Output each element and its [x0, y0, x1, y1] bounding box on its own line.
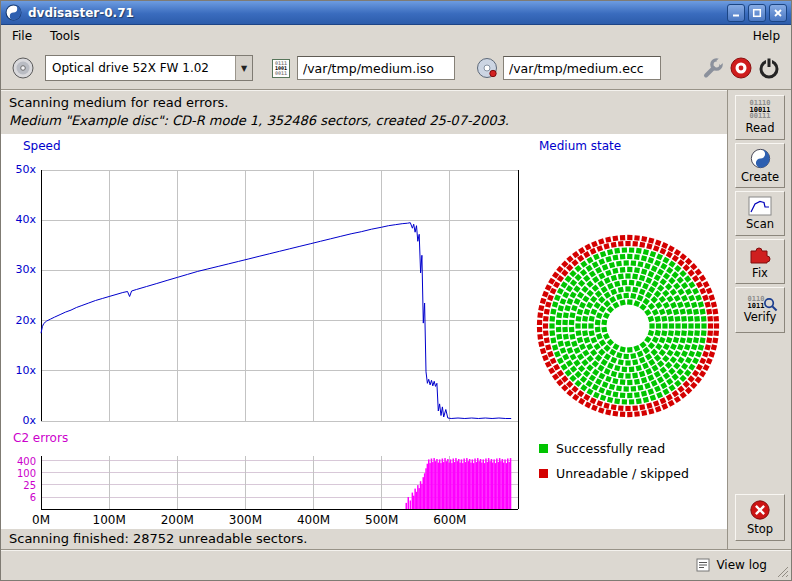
stop-icon [749, 499, 771, 521]
status-line-2: Medium "Example disc": CD-R mode 1, 3524… [9, 112, 719, 130]
left-column: Scanning medium for read errors. Medium … [1, 90, 727, 549]
chevron-down-icon: ▼ [235, 56, 252, 80]
verify-magnifier-icon: 0110 1011 [748, 296, 773, 309]
status-area: Scanning medium for read errors. Medium … [1, 90, 727, 134]
x-axis-tick-label: 600M [430, 514, 470, 527]
resize-grip[interactable] [776, 565, 789, 578]
view-log-button[interactable]: View log [692, 556, 771, 574]
quit-power-icon[interactable] [755, 54, 783, 82]
log-list-icon [696, 558, 710, 572]
drive-selector-value: Optical drive 52X FW 1.02 [46, 61, 235, 75]
app-window: dvdisaster-0.71 File Tools Help Optical … [0, 0, 792, 581]
x-axis-tick-label: 500M [362, 514, 402, 527]
close-button[interactable] [769, 4, 787, 22]
stop-button[interactable]: Stop [735, 494, 785, 541]
speed-ytick-label: 30x [3, 263, 36, 276]
speed-ytick-label: 20x [3, 314, 36, 327]
menu-file[interactable]: File [3, 26, 41, 46]
x-axis-tick-label: 300M [225, 514, 265, 527]
puzzle-piece-icon [749, 243, 771, 265]
ecc-path-input[interactable] [503, 56, 661, 80]
speed-ytick-label: 40x [3, 213, 36, 226]
c2-ytick-label: 100 [7, 467, 36, 480]
drive-selector[interactable]: Optical drive 52X FW 1.02 ▼ [45, 55, 253, 81]
c2-ytick-label: 6 [7, 491, 36, 504]
menu-help[interactable]: Help [744, 26, 789, 46]
speed-ytick-label: 50x [3, 163, 36, 176]
c2-ytick-label: 25 [7, 479, 36, 492]
speed-ytick-label: 10x [3, 364, 36, 377]
status-line-1: Scanning medium for read errors. [9, 94, 719, 112]
x-axis-tick-label: 100M [89, 514, 129, 527]
statusbar: View log [1, 549, 791, 580]
c2-ytick-label: 400 [7, 455, 36, 468]
minimize-button[interactable] [727, 4, 745, 22]
fix-button-label: Fix [752, 266, 768, 280]
window-controls [724, 4, 787, 22]
stop-button-label: Stop [747, 522, 773, 536]
read-button[interactable]: 01110 10011 00111 Read [735, 95, 785, 140]
menubar: File Tools Help [1, 25, 791, 47]
read-button-label: Read [746, 121, 775, 135]
window-title: dvdisaster-0.71 [28, 6, 724, 20]
x-axis-tick-label: 200M [157, 514, 197, 527]
preferences-wrench-icon[interactable] [699, 54, 727, 82]
view-log-label: View log [716, 558, 767, 572]
legend-unreadable-label: Unreadable / skipped [556, 466, 689, 481]
scan-button-label: Scan [746, 217, 774, 231]
iso-path-input[interactable] [297, 56, 455, 80]
scan-result-line: Scanning finished: 28752 unreadable sect… [1, 529, 727, 549]
verify-button[interactable]: 0110 1011 Verify [735, 287, 785, 333]
drive-icon [9, 54, 37, 82]
menu-tools[interactable]: Tools [41, 26, 89, 46]
legend-read-label: Successfully read [556, 441, 665, 456]
medium-state-title: Medium state [539, 139, 621, 153]
chip-binary-row: 0011 [275, 71, 287, 76]
chart-area: Speed C2 errors Medium state Successfull… [1, 134, 727, 529]
scan-button[interactable]: Scan [735, 191, 785, 236]
app-icon [5, 4, 22, 21]
scan-chart-icon [748, 196, 772, 216]
main-content: Scanning medium for read errors. Medium … [1, 90, 791, 549]
toolbar: Optical drive 52X FW 1.02 ▼ 0111 1001 00… [1, 47, 791, 90]
medium-state-disc [533, 231, 723, 421]
legend-successfully-read: Successfully read [539, 441, 665, 456]
iso-file-icon: 0111 1001 0011 [267, 54, 295, 82]
x-axis-tick-label: 400M [294, 514, 334, 527]
action-sidebar: 01110 10011 00111 Read Create [727, 90, 791, 549]
legend-unreadable: Unreadable / skipped [539, 466, 689, 481]
fix-button[interactable]: Fix [735, 239, 785, 284]
help-lifebuoy-icon[interactable] [727, 54, 755, 82]
legend-read-swatch [539, 444, 548, 453]
speed-ytick-label: 0x [3, 414, 36, 427]
legend-unreadable-swatch [539, 469, 548, 478]
titlebar[interactable]: dvdisaster-0.71 [1, 1, 791, 25]
yin-yang-icon [750, 148, 771, 169]
speed-chart-title: Speed [23, 139, 61, 153]
maximize-button[interactable] [748, 4, 766, 22]
x-axis-tick-label: 0M [21, 514, 61, 527]
create-button[interactable]: Create [735, 143, 785, 188]
c2-chart-title: C2 errors [13, 431, 68, 445]
ecc-file-icon [473, 54, 501, 82]
read-binary-icon: 01110 10011 00111 [749, 100, 770, 120]
verify-button-label: Verify [744, 310, 777, 324]
create-button-label: Create [741, 170, 779, 184]
